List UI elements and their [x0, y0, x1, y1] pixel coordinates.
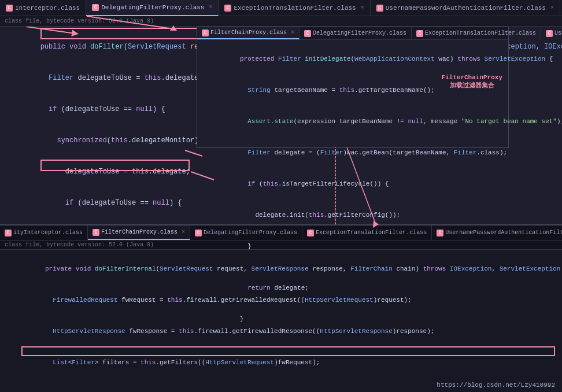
tab-close-username[interactable]: ×	[550, 5, 554, 11]
popup-tab-label-1: DelegatingFilterProxy.class	[313, 30, 406, 36]
status-bar: class file, bytecode version: 52.0 (Java…	[0, 16, 562, 27]
popup-code-8: return delegate;	[202, 272, 504, 304]
popup-tab-icon-3: C	[546, 30, 553, 37]
popup-tab-icon-2: C	[416, 30, 423, 37]
popup-code-4: if (this.isTargetFilterLifecycle()) {	[202, 168, 504, 199]
popup-annotation: FilterChainProxy 加载过滤器集合	[441, 73, 502, 90]
popup-tab-icon-1: C	[304, 30, 311, 37]
popup-tab-close-0[interactable]: ×	[291, 29, 294, 36]
tab-close-delegating[interactable]: ×	[209, 4, 212, 10]
popup-tab-bar: C FilterChainProxy.class × C DelegatingF…	[197, 27, 508, 40]
bottom-tab-0[interactable]: C ityInterceptor.class	[0, 225, 88, 240]
tab-close-exception[interactable]: ×	[361, 5, 364, 11]
status-bar-text: class file, bytecode version: 52.0 (Java…	[5, 18, 154, 24]
tab-exception[interactable]: C ExceptionTranslationFilter.class ×	[219, 0, 370, 16]
tab-label-username: UsernamePasswordAuthenticationFilter.cla…	[386, 5, 546, 12]
popup-code-6: }	[202, 231, 504, 262]
url-text: https://blog.csdn.net/Lzy410992	[437, 382, 555, 389]
tab-icon-interceptor: C	[6, 5, 13, 12]
popup-tab-icon: C	[202, 29, 209, 36]
popup-tab-label-3: UsernamePasswordAuthenticationFilter.cla…	[554, 30, 562, 36]
popup-code-2: Assert.state(expression targetBeanName !…	[202, 106, 504, 137]
bottom-tab-close-1[interactable]: ×	[182, 229, 185, 235]
popup-tab-username[interactable]: C UsernamePasswordAuthenticationFilter.c…	[541, 27, 562, 39]
tab-icon-username: C	[376, 5, 383, 12]
popup-code-9: }	[202, 304, 504, 335]
popup-code-0: protected Filter initDelegate(WebApplica…	[202, 43, 504, 75]
tab-icon-exception: C	[224, 5, 231, 12]
tab-label-interceptor: Interceptor.class	[15, 5, 80, 12]
popup-code-7	[202, 262, 504, 272]
tab-label-delegating: DelegatingFilterProxy.class	[101, 4, 204, 11]
top-tab-bar: C Interceptor.class C DelegatingFilterPr…	[0, 0, 562, 16]
popup-tab-label-2: ExceptionTranslationFilter.class	[425, 30, 536, 36]
popup-panel: C FilterChainProxy.class × C DelegatingF…	[197, 27, 509, 148]
annotation-label: FilterChainProxy 加载过滤器集合	[441, 74, 502, 89]
popup-code-3: Filter delegate = (Filter)wac.getBean(ta…	[202, 137, 504, 168]
popup-tab-exception[interactable]: C ExceptionTranslationFilter.class	[412, 27, 541, 39]
url-watermark: https://blog.csdn.net/Lzy410992	[434, 380, 557, 390]
tab-username[interactable]: C UsernamePasswordAuthenticationFilter.c…	[371, 0, 560, 16]
tab-interceptor[interactable]: C Interceptor.class	[0, 0, 86, 16]
bottom-tab-1[interactable]: C FilterChainProxy.class ×	[88, 225, 190, 240]
tab-delegating[interactable]: C DelegatingFilterProxy.class ×	[86, 0, 219, 16]
popup-tab-label-0: FilterChainProxy.class	[210, 29, 287, 36]
popup-tab-delegating[interactable]: C DelegatingFilterProxy.class	[300, 27, 412, 39]
bottom-code-3: List<Filter> filters = this.getFilters((…	[7, 347, 555, 384]
bottom-tab-icon-0: C	[5, 230, 12, 236]
popup-tab-filterchain[interactable]: C FilterChainProxy.class ×	[197, 27, 300, 39]
tab-label-exception: ExceptionTranslationFilter.class	[234, 5, 356, 12]
tab-icon-delegating: C	[92, 4, 99, 11]
bottom-tab-label-0: ityInterceptor.class	[13, 230, 83, 236]
bottom-status-text: class file, bytecode version: 52.0 (Java…	[5, 242, 154, 248]
bottom-tab-icon-1: C	[93, 229, 99, 236]
popup-code-5: delegate.init(this.getFilterConfig());	[202, 199, 504, 231]
bottom-tab-label-1: FilterChainProxy.class	[101, 229, 178, 235]
